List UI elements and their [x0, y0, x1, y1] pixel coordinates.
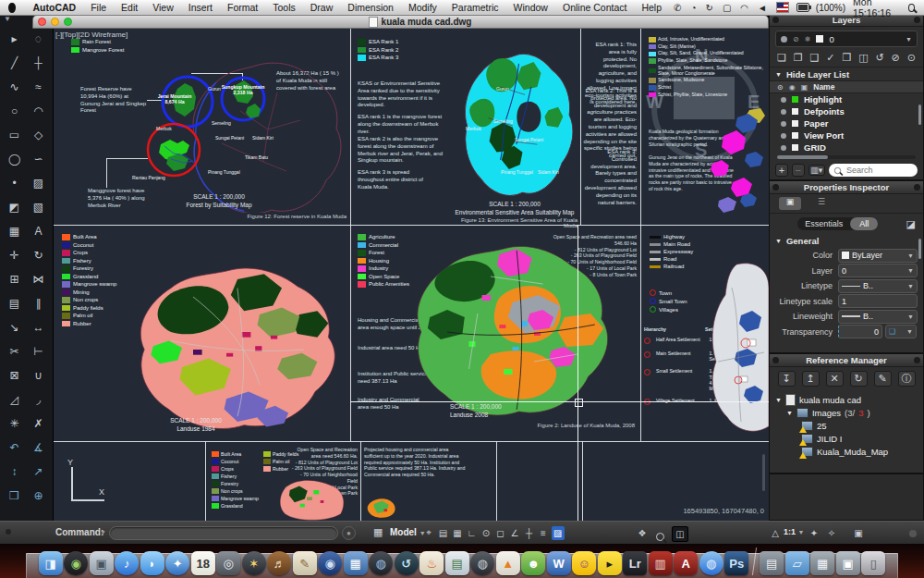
tool-button[interactable]: ✗ — [27, 412, 51, 436]
status-toggle[interactable]: ⌖ — [422, 526, 435, 540]
dock-app-icon[interactable]: ◉ — [64, 551, 88, 575]
dock-app-icon[interactable]: ▣ — [90, 551, 114, 575]
palette-options-icon[interactable] — [914, 184, 920, 191]
tool-button[interactable]: ◩ — [3, 195, 27, 219]
status-toggle[interactable]: ∟ — [466, 526, 479, 540]
model-space-selector[interactable]: Model ▼ — [390, 527, 426, 537]
dock-app-icon[interactable]: ▤ — [445, 551, 469, 575]
menubar-status-icon[interactable]: ▢ — [718, 3, 736, 13]
menu-draw[interactable]: Draw — [303, 2, 341, 13]
tool-button[interactable]: ┼ — [27, 51, 51, 75]
tool-button[interactable]: ❒ — [3, 484, 27, 508]
current-layer-selector[interactable]: ⊘ ❄ 0 ▼ — [775, 31, 918, 47]
reference-item-row[interactable]: Kuala_Muda_Map — [775, 445, 918, 458]
reference-toolbar-button[interactable]: ⓘ — [898, 371, 916, 387]
color-column-icon[interactable]: ▣ — [801, 83, 808, 92]
properties-title[interactable]: Properties Inspector — [770, 181, 923, 194]
dock-app-icon[interactable]: ♨ — [419, 551, 444, 575]
layer-on-dot[interactable] — [781, 145, 786, 151]
tab-layer-properties[interactable]: ☰ — [810, 197, 833, 210]
status-toggle[interactable]: ┼ — [523, 526, 536, 540]
tool-button[interactable]: ⊕ — [27, 484, 51, 508]
status-toggle[interactable]: ▦ — [451, 526, 464, 540]
tool-button[interactable]: ▤ — [3, 291, 27, 315]
canvas-scrollbar[interactable] — [762, 454, 765, 491]
tool-button[interactable]: ⊞ — [3, 267, 27, 291]
layer-toolbar-button[interactable]: ❏ — [777, 52, 786, 64]
reference-toolbar-button[interactable]: ✕ — [826, 371, 844, 387]
command-history-button[interactable]: ● — [342, 526, 356, 540]
visibility-column-icon[interactable]: ◉ — [789, 83, 796, 92]
tool-button[interactable]: ∪ — [27, 363, 51, 387]
dock-app-icon[interactable]: ◨ — [39, 551, 63, 575]
layer-row[interactable]: Paper — [770, 117, 923, 129]
viewport-grid-icon[interactable]: ▦ — [373, 526, 383, 538]
segment-essentials[interactable]: Essentials — [797, 219, 850, 228]
dock-app-icon[interactable]: ▥ — [649, 551, 673, 575]
annotation-visibility-icon[interactable]: ✦ — [808, 526, 821, 540]
lineweight-dropdown[interactable]: B..▼ — [838, 310, 918, 324]
menu-autocad[interactable]: AutoCAD — [25, 2, 83, 13]
layer-row[interactable]: View Port — [770, 129, 923, 141]
layer-toolbar-button[interactable]: ⊘ — [892, 52, 900, 64]
color-dropdown[interactable]: ByLayer▼ — [838, 249, 918, 263]
tool-button[interactable]: ↘ — [3, 315, 27, 339]
dock-stack-icon[interactable]: ▣ — [836, 551, 860, 575]
name-column-header[interactable]: Name — [813, 82, 834, 92]
palette-close-icon[interactable] — [772, 184, 779, 191]
dock-app-icon[interactable]: ◍ — [470, 551, 494, 575]
disclosure-triangle-icon[interactable]: ▼ — [786, 410, 793, 416]
menubar-status-icon[interactable]: ✆ — [669, 3, 686, 13]
layer-color-swatch[interactable] — [792, 144, 798, 151]
dock-app-icon[interactable]: ◍ — [699, 551, 723, 575]
layer-toolbar-button[interactable]: ↺ — [875, 52, 883, 64]
layer-list-header[interactable]: ⊙ ◉ ▣ Name — [770, 80, 923, 93]
dock-app-icon[interactable]: ✎ — [293, 551, 317, 575]
layer-on-dot[interactable] — [781, 109, 786, 115]
dock-stack-icon[interactable]: ▯ — [861, 551, 885, 575]
reference-toolbar-button[interactable]: ↥ — [802, 371, 820, 387]
zoom-tool-icon[interactable] — [656, 528, 664, 545]
close-window-button[interactable] — [38, 18, 46, 26]
plot-column-icon[interactable]: ⊙ — [777, 83, 784, 92]
palette-close-icon[interactable] — [772, 17, 779, 23]
dock-app-icon[interactable]: ▦ — [344, 551, 368, 575]
zoom-window-button[interactable] — [64, 18, 72, 26]
palette-collapse-icon[interactable]: ▼ — [4, 15, 11, 23]
menu-view[interactable]: View — [145, 2, 181, 13]
menu-online-contact[interactable]: Online Contact — [555, 2, 634, 13]
layer-toolbar-button[interactable]: ⊙ — [907, 52, 916, 64]
command-expand-icon[interactable]: ▼ — [100, 529, 106, 535]
linetype-scale-input[interactable]: 1 — [838, 294, 918, 308]
transparency-input[interactable]: 0 — [838, 325, 882, 338]
segment-all[interactable]: All — [850, 217, 878, 230]
menu-insert[interactable]: Insert — [181, 2, 220, 13]
menu-window[interactable]: Window — [506, 2, 555, 13]
status-toggle[interactable]: ∠ — [508, 526, 521, 540]
tool-button[interactable]: ◇ — [27, 123, 51, 147]
quick-select-icon[interactable]: ◪ — [906, 218, 916, 230]
menu-file[interactable]: File — [83, 2, 114, 13]
tool-button[interactable]: ≈ — [27, 75, 51, 99]
dock-stack-icon[interactable]: ▤ — [760, 551, 784, 575]
menu-modify[interactable]: Modify — [401, 2, 444, 13]
menu-tools[interactable]: Tools — [265, 2, 303, 13]
menu-parametric[interactable]: Parametric — [444, 2, 506, 13]
reference-item-row[interactable]: 25 — [775, 419, 918, 432]
reference-toolbar-button[interactable]: ↻ — [850, 371, 868, 387]
layer-freeze-icon[interactable]: ❄ — [805, 35, 811, 43]
tool-button[interactable]: ▦ — [3, 219, 27, 243]
layer-row[interactable]: Defpoints — [770, 105, 923, 117]
dock-stack-icon[interactable]: ▱ — [785, 551, 809, 575]
minimize-window-button[interactable] — [51, 18, 59, 26]
properties-scrollbar[interactable] — [918, 239, 921, 259]
add-layer-button[interactable]: + — [775, 164, 788, 177]
palette-options-icon[interactable] — [914, 17, 920, 23]
tool-button[interactable]: ↗ — [27, 460, 51, 484]
tab-object-properties[interactable]: ▣ — [779, 197, 801, 210]
layer-color-swatch[interactable] — [792, 120, 798, 127]
menu-help[interactable]: Help — [634, 2, 669, 13]
layer-toolbar-button[interactable]: ❐ — [794, 52, 803, 64]
images-group-row[interactable]: ▼ Images (3/3) — [775, 406, 918, 419]
tool-button[interactable]: ∡ — [27, 436, 51, 460]
